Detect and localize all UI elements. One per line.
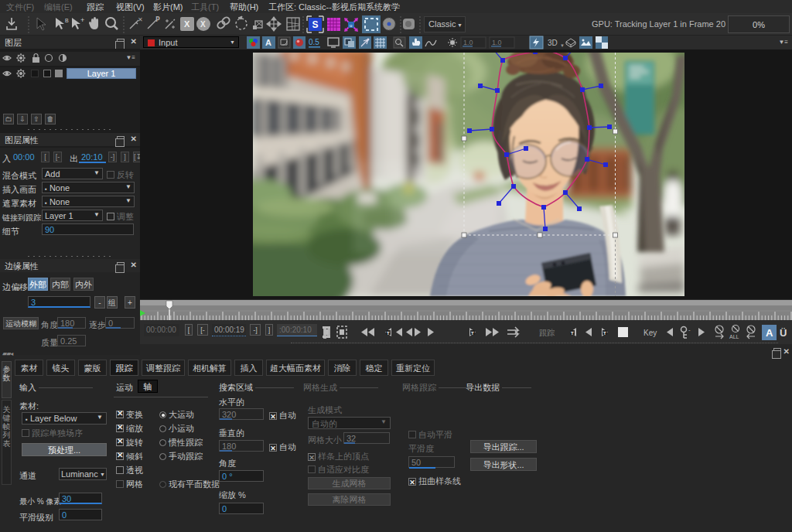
svg-text:+: + xyxy=(80,16,84,24)
svg-text:Ü: Ü xyxy=(780,327,787,339)
svg-text:A: A xyxy=(766,327,773,339)
svg-text:跟踪: 跟踪 xyxy=(539,329,555,337)
svg-text:3D: 3D xyxy=(548,39,558,47)
svg-text:B: B xyxy=(65,18,69,23)
svg-text:𝗣: 𝗣 xyxy=(155,16,160,23)
svg-text:T: T xyxy=(471,331,474,336)
svg-text:T: T xyxy=(571,331,574,336)
svg-text:A: A xyxy=(265,38,271,47)
svg-text:Key: Key xyxy=(644,329,657,337)
svg-text:1.0: 1.0 xyxy=(463,39,473,46)
svg-text:T: T xyxy=(387,331,390,336)
svg-text:1.0: 1.0 xyxy=(492,39,502,46)
svg-text:u: u xyxy=(350,23,352,28)
svg-text:X: X xyxy=(184,19,190,29)
svg-text:S: S xyxy=(312,19,319,30)
svg-text:▼: ▼ xyxy=(560,43,565,48)
svg-text:T: T xyxy=(603,331,606,336)
svg-text:-: - xyxy=(688,326,691,333)
svg-text:ALL: ALL xyxy=(729,334,739,339)
svg-text:✕: ✕ xyxy=(138,16,143,23)
svg-text:X: X xyxy=(200,20,206,29)
svg-text:0.5: 0.5 xyxy=(309,38,319,46)
